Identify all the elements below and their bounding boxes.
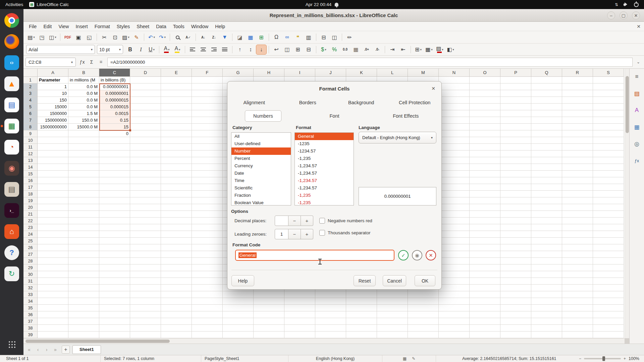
cell-A4[interactable]: 150 (38, 97, 68, 104)
cell-N9[interactable] (439, 130, 470, 137)
cell-Q35[interactable] (531, 305, 562, 311)
cell-R38[interactable] (562, 325, 593, 331)
cell-P35[interactable] (500, 305, 531, 311)
cell-E16[interactable] (161, 177, 192, 184)
cell-J35[interactable] (315, 305, 346, 311)
cell-A7[interactable]: 150000000 (38, 117, 68, 124)
cell-S10[interactable] (593, 137, 624, 144)
cell-C23[interactable] (99, 224, 130, 231)
cell-S36[interactable] (593, 311, 624, 318)
cell-O24[interactable] (470, 231, 500, 238)
cell-F11[interactable] (192, 144, 223, 150)
cell-S15[interactable] (593, 171, 624, 177)
cell-D34[interactable] (130, 298, 161, 305)
row-header-35[interactable]: 35 (23, 305, 38, 311)
cell-N19[interactable] (439, 197, 470, 204)
leading-zeroes-increment[interactable]: + (301, 229, 313, 239)
cell-R26[interactable] (562, 244, 593, 251)
cell-B31[interactable] (68, 278, 99, 285)
category-all[interactable]: All (231, 133, 291, 140)
cell-C34[interactable] (99, 298, 130, 305)
cell-Q28[interactable] (531, 258, 562, 264)
cell-N25[interactable] (439, 238, 470, 244)
tab-numbers[interactable]: Numbers (245, 110, 281, 122)
row-header-10[interactable]: 10 (23, 137, 38, 144)
cell-Q36[interactable] (531, 311, 562, 318)
column-header-Q[interactable]: Q (531, 69, 562, 77)
conditional-formatting[interactable]: ◧▾ (445, 45, 455, 54)
cell-F1[interactable] (192, 77, 223, 83)
cell-D5[interactable] (130, 104, 161, 110)
print[interactable]: ▣ (73, 33, 84, 42)
cell-Q12[interactable] (531, 150, 562, 157)
cell-F19[interactable] (192, 197, 223, 204)
cell-D35[interactable] (130, 305, 161, 311)
dock-cheese[interactable]: ◉ (4, 160, 20, 176)
cell-B9[interactable] (68, 130, 99, 137)
autofilter[interactable]: ▼ (220, 33, 230, 42)
cell-O33[interactable] (470, 291, 500, 298)
cell-R8[interactable] (562, 124, 593, 130)
cell-I39[interactable] (284, 331, 315, 338)
column-header-J[interactable]: J (315, 69, 346, 77)
cell-S8[interactable] (593, 124, 624, 130)
cell-A21[interactable] (38, 211, 68, 218)
decimal-places-decrement[interactable]: − (288, 216, 301, 226)
dock-vlc[interactable]: ▲ (4, 76, 20, 92)
cell-B6[interactable]: 1.5 M (68, 110, 99, 117)
cell-R7[interactable] (562, 117, 593, 124)
cell-F34[interactable] (192, 298, 223, 305)
cell-F9[interactable] (192, 130, 223, 137)
insert-mode-icon[interactable]: ▦ (403, 356, 407, 361)
save[interactable]: ◫▾ (48, 33, 58, 42)
cell-N31[interactable] (439, 278, 470, 285)
cell-B1[interactable]: in millions (M (68, 77, 99, 83)
cell-H33[interactable] (254, 291, 284, 298)
format-option-9[interactable]: -1,235 (295, 199, 354, 205)
cell-F12[interactable] (192, 150, 223, 157)
ok-button[interactable]: OK (415, 275, 435, 286)
cell-I34[interactable] (284, 298, 315, 305)
cell-L37[interactable] (377, 318, 408, 325)
column-header-M[interactable]: M (408, 69, 439, 77)
close-document-icon[interactable]: ✕ (637, 24, 641, 29)
format-as-percent[interactable]: % (329, 45, 339, 54)
cell-E5[interactable] (161, 104, 192, 110)
cell-D6[interactable] (130, 110, 161, 117)
borders[interactable]: ⊞▾ (413, 45, 423, 54)
cell-A34[interactable] (38, 298, 68, 305)
cell-A38[interactable] (38, 325, 68, 331)
italic[interactable]: I (136, 45, 146, 54)
cell-A27[interactable] (38, 251, 68, 258)
dock-vscode[interactable]: ‹› (4, 55, 20, 71)
category-boolean-value[interactable]: Boolean Value (231, 199, 291, 205)
highlighting-color[interactable]: A▾ (172, 45, 182, 54)
cell-E29[interactable] (161, 264, 192, 271)
insert-image[interactable]: ◪ (235, 33, 245, 42)
cell-S5[interactable] (593, 104, 624, 110)
cell-Q29[interactable] (531, 264, 562, 271)
cell-N6[interactable] (439, 110, 470, 117)
cell-S22[interactable] (593, 218, 624, 224)
cell-D3[interactable] (130, 90, 161, 97)
cell-N28[interactable] (439, 258, 470, 264)
cell-S9[interactable] (593, 130, 624, 137)
cell-C29[interactable] (99, 264, 130, 271)
cell-P28[interactable] (500, 258, 531, 264)
cell-D11[interactable] (130, 144, 161, 150)
cell-D27[interactable] (130, 251, 161, 258)
cell-P15[interactable] (500, 171, 531, 177)
cell-S25[interactable] (593, 238, 624, 244)
dock-help[interactable]: ? (4, 245, 20, 261)
cell-P39[interactable] (500, 331, 531, 338)
cell-P21[interactable] (500, 211, 531, 218)
cell-P29[interactable] (500, 264, 531, 271)
menu-tools[interactable]: Tools (170, 22, 188, 31)
column-header-H[interactable]: H (254, 69, 284, 77)
cell-N24[interactable] (439, 231, 470, 238)
format-as-date[interactable]: ▦ (351, 45, 361, 54)
formula-input[interactable]: =A2/1000000000 (107, 58, 633, 67)
cell-Q5[interactable] (531, 104, 562, 110)
cell-S30[interactable] (593, 271, 624, 278)
freeze-rows-and-columns[interactable]: ⊟ (319, 33, 329, 42)
